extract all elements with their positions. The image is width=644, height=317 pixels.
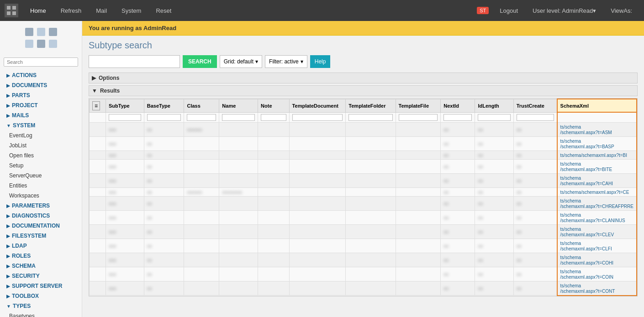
filter-nextid[interactable] <box>443 114 472 121</box>
svg-rect-6 <box>25 40 33 48</box>
table-row: xxx xx xxxxxx xx xx xx ts/schema/schemax… <box>90 122 637 136</box>
filter-name[interactable] <box>222 114 255 121</box>
nav-userlevel[interactable]: User level: AdminRead ▾ <box>525 0 603 21</box>
chevron-right-icon: ▶ <box>6 93 10 98</box>
chevron-right-icon: ▶ <box>6 294 10 299</box>
sidebar-item-ldap[interactable]: ▶ LDAP <box>0 241 82 251</box>
schema-link[interactable]: ts/schema/schemaxml.aspx?t=COHI <box>560 255 613 265</box>
schema-link[interactable]: ts/schema/schemaxml.aspx?t=CE <box>560 190 629 195</box>
table-row: xxx xx xx xx xx ts/schema/schemaxml.aspx… <box>90 151 637 159</box>
filter-templatefile[interactable] <box>399 114 438 121</box>
schema-link[interactable]: ts/schema/schemaxml.aspx?t=CAHI <box>560 176 613 186</box>
schema-link[interactable]: ts/schema/schemaxml.aspx?t=BI <box>560 153 627 158</box>
nav-mail[interactable]: Mail <box>89 0 114 21</box>
filter-templatedocument[interactable] <box>292 114 343 121</box>
sidebar-item-roles[interactable]: ▶ ROLES <box>0 251 82 261</box>
sidebar-item-security[interactable]: ▶ SECURITY <box>0 271 82 281</box>
svg-rect-8 <box>49 28 57 36</box>
sidebar-item-system[interactable]: ▼ SYSTEM <box>0 120 82 130</box>
filter-class[interactable] <box>187 114 216 121</box>
nav-refresh[interactable]: Refresh <box>53 0 89 21</box>
results-section-header[interactable]: ▼ Results <box>89 85 638 96</box>
sidebar-item-setup[interactable]: Setup <box>0 161 82 171</box>
schema-link[interactable]: ts/schema/schemaxml.aspx?t=CLFI <box>560 241 612 251</box>
sidebar-item-toolbox[interactable]: ▶ TOOLBOX <box>0 291 82 301</box>
sidebar-item-actions[interactable]: ▶ ACTIONS <box>0 70 82 80</box>
filter-dropdown[interactable]: Filter: active ▾ <box>265 55 307 68</box>
table-row: xxx xx xx xx xx ts/schema/schemaxml.aspx… <box>90 267 637 281</box>
nav-logout[interactable]: Logout <box>492 0 525 21</box>
col-header-schemaxml: SchemaXml <box>557 99 637 112</box>
sidebar-item-entities[interactable]: Entities <box>0 181 82 191</box>
chevron-right-icon: ▶ <box>6 103 10 108</box>
sidebar-item-documents[interactable]: ▶ DOCUMENTS <box>0 80 82 90</box>
sidebar-item-mails[interactable]: ▶ MAILS <box>0 110 82 120</box>
col-header-templatedocument: TemplateDocument <box>289 99 346 112</box>
sidebar-item-parts[interactable]: ▶ PARTS <box>0 90 82 100</box>
filter-subtype[interactable] <box>109 114 141 121</box>
chevron-right-icon: ▶ <box>6 284 10 289</box>
search-bar: SEARCH Grid: default ▾ Filter: active ▾ … <box>89 55 638 68</box>
chevron-down-icon: ▾ <box>301 58 303 65</box>
sidebar-item-basetypes[interactable]: Basetypes <box>0 311 82 317</box>
col-header-subtype: SubType <box>106 99 144 112</box>
col-header-note: Note <box>258 99 290 112</box>
svg-rect-7 <box>37 40 45 48</box>
nav-viewas[interactable]: ViewAs: <box>603 0 639 21</box>
sidebar-item-types[interactable]: ▼ TYPES <box>0 301 82 311</box>
schema-link[interactable]: ts/schema/schemaxml.aspx?t=CHREAFPRRE <box>560 198 633 209</box>
sidebar-item-workspaces[interactable]: Workspaces <box>0 191 82 201</box>
sidebar-item-project[interactable]: ▶ PROJECT <box>0 100 82 110</box>
sidebar-item-diagnostics[interactable]: ▶ DIAGNOSTICS <box>0 211 82 221</box>
sidebar-item-serverqueue[interactable]: ServerQueue <box>0 171 82 181</box>
chevron-down-icon: ▼ <box>92 88 97 94</box>
table-row: xxx xx xx xx xx ts/schema/schemaxml.aspx… <box>90 253 637 267</box>
table-row: xxx xx xx xx xx ts/schema/schemaxml.aspx… <box>90 136 637 151</box>
nav-system[interactable]: System <box>114 0 148 21</box>
sidebar-item-parameters[interactable]: ▶ PARAMETERS <box>0 201 82 211</box>
col-header-trustcreate: TrustCreate <box>513 99 557 112</box>
app-grid-logo[interactable] <box>5 4 18 17</box>
search-button[interactable]: SEARCH <box>183 55 217 68</box>
sidebar-item-documentation[interactable]: ▶ DOCUMENTATION <box>0 221 82 231</box>
main-content: You are running as AdminRead Subtype sea… <box>82 21 644 317</box>
help-button[interactable]: Help <box>310 55 331 68</box>
table-row: xxx xx xx xx xx ts/schema/schemaxml.aspx… <box>90 159 637 173</box>
hamburger-button[interactable]: ≡ <box>92 101 100 110</box>
results-table: ≡ SubType BaseType Class Name Note Templ… <box>89 99 637 296</box>
schema-link[interactable]: ts/schema/schemaxml.aspx?t=CLEV <box>560 227 614 237</box>
table-filter-row <box>90 112 637 122</box>
main-layout: ▶ ACTIONS ▶ DOCUMENTS ▶ PARTS ▶ PROJECT … <box>0 21 644 317</box>
table-body: xxx xx xxxxxx xx xx xx ts/schema/schemax… <box>90 122 637 296</box>
results-section: ▼ Results ≡ SubType BaseType Cla <box>89 85 638 296</box>
filter-trustcreate[interactable] <box>517 114 554 121</box>
nav-reset[interactable]: Reset <box>148 0 179 21</box>
page-content-area: Subtype search SEARCH Grid: default ▾ Fi… <box>82 36 644 317</box>
options-section-header[interactable]: ▶ Options <box>89 73 638 83</box>
sidebar-item-eventlog[interactable]: EventLog <box>0 130 82 140</box>
col-header-nextid: NextId <box>441 99 475 112</box>
svg-rect-1 <box>12 6 16 10</box>
sidebar-item-joblist[interactable]: JobList <box>0 140 82 151</box>
schema-link[interactable]: ts/schema/schemaxml.aspx?t=BITE <box>560 161 612 172</box>
sidebar-item-schema[interactable]: ▶ SCHEMA <box>0 261 82 271</box>
chevron-right-icon: ▶ <box>6 213 10 218</box>
schema-link[interactable]: ts/schema/schemaxml.aspx?t=COIN <box>560 269 613 280</box>
filter-idlength[interactable] <box>478 114 510 121</box>
sidebar-item-filesystem[interactable]: ▶ FILESYSTEM <box>0 231 82 241</box>
sidebar-item-openfiles[interactable]: Open files <box>0 151 82 161</box>
schema-link[interactable]: ts/schema/schemaxml.aspx?t=CLANINUS <box>560 213 625 223</box>
subtype-search-input[interactable] <box>89 55 180 68</box>
schema-link[interactable]: ts/schema/schemaxml.aspx?t=ASM <box>560 125 612 135</box>
sidebar-search-input[interactable] <box>4 57 78 67</box>
filter-note[interactable] <box>261 114 286 121</box>
grid-dropdown[interactable]: Grid: default ▾ <box>220 55 262 68</box>
nav-home[interactable]: Home <box>23 0 53 21</box>
filter-templatefolder[interactable] <box>348 114 392 121</box>
schema-link[interactable]: ts/schema/schemaxml.aspx?t=CONT <box>560 283 615 294</box>
sidebar-item-support-server[interactable]: ▶ SUPPORT SERVER <box>0 281 82 291</box>
chevron-right-icon: ▶ <box>6 234 10 239</box>
svg-rect-9 <box>49 40 57 48</box>
schema-link[interactable]: ts/schema/schemaxml.aspx?t=BASP <box>560 139 614 149</box>
filter-basetype[interactable] <box>147 114 181 121</box>
